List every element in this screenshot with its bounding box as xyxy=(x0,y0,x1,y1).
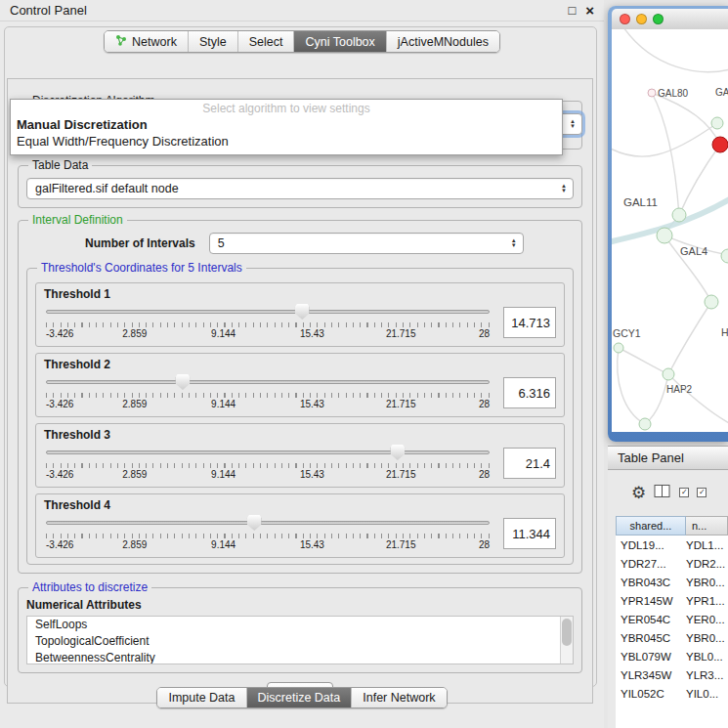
threshold-4-slider[interactable]: -3.426 2.859 9.144 15.43 21.715 28 xyxy=(44,514,492,553)
slider-track[interactable] xyxy=(46,521,490,525)
network-nodes[interactable] xyxy=(614,89,728,430)
cell[interactable]: YBR0... xyxy=(686,632,728,644)
cell[interactable]: YPR145W xyxy=(616,595,686,607)
cell[interactable]: YLR345W xyxy=(616,669,686,681)
cell[interactable]: YDL1... xyxy=(686,539,728,551)
slider-track[interactable] xyxy=(46,310,490,314)
tab-discretize-data[interactable]: Discretize Data xyxy=(246,688,352,707)
table-row[interactable]: YER054CYER0... xyxy=(616,610,728,628)
threshold-4-label: Threshold 4 xyxy=(44,498,556,513)
slider-thumb[interactable] xyxy=(295,304,310,320)
network-node[interactable] xyxy=(657,228,672,243)
table-columns-icon[interactable] xyxy=(654,484,671,502)
close-icon[interactable]: × xyxy=(585,4,594,18)
cell[interactable]: YIL052C xyxy=(616,688,686,700)
tab-select[interactable]: Select xyxy=(237,31,294,52)
tab-jactivemnodules[interactable]: jActiveMNodules xyxy=(386,31,499,52)
cell[interactable]: YBL0... xyxy=(686,651,728,663)
zoom-traffic-light-icon[interactable] xyxy=(653,14,664,24)
cell[interactable]: YDL19... xyxy=(616,539,686,551)
tab-cyni-toolbox[interactable]: Cyni Toolbox xyxy=(293,31,385,52)
number-of-intervals-combobox[interactable]: 5 ▲ ▼ xyxy=(209,233,524,254)
network-canvas[interactable]: GAL80 GA GAL11 GAL4 GCY1 H HAP2 xyxy=(612,29,728,432)
network-node[interactable] xyxy=(672,208,686,222)
list-item[interactable]: SelfLoops xyxy=(27,617,573,633)
table-data-combobox[interactable]: galFiltered.sif default node ▲ ▼ xyxy=(26,178,574,199)
table-row[interactable]: YLR345WYLR3... xyxy=(616,665,728,684)
tab-impute-data[interactable]: Impute Data xyxy=(157,688,245,707)
cell[interactable]: YDR2... xyxy=(686,558,728,570)
slider-thumb[interactable] xyxy=(247,515,262,531)
cell[interactable]: YER0... xyxy=(686,614,728,625)
table-data-combobox-value: galFiltered.sif default node xyxy=(35,182,559,195)
table-row[interactable]: YBR043CYBR0... xyxy=(616,573,728,591)
checkbox-icon[interactable]: ✓ xyxy=(679,488,689,497)
network-node[interactable] xyxy=(705,295,718,309)
top-tabbar: Network Style Select Cyni Toolbox jActiv… xyxy=(0,30,604,53)
combo-stepper-icon: ▲ ▼ xyxy=(559,184,569,193)
network-graph[interactable]: GAL80 GA GAL11 GAL4 GCY1 H HAP2 xyxy=(612,29,728,432)
cell[interactable]: YPR1... xyxy=(686,595,728,607)
table-row[interactable]: YDR27...YDR2... xyxy=(616,554,728,573)
cell[interactable]: YIL0... xyxy=(686,688,728,700)
tab-style[interactable]: Style xyxy=(188,31,237,52)
gear-icon[interactable]: ⚙ xyxy=(631,485,646,501)
threshold-4-value-field[interactable]: 11.344 xyxy=(503,518,556,549)
checkbox-icon[interactable]: ✓ xyxy=(697,488,707,497)
cell[interactable]: YDR27... xyxy=(616,558,686,570)
tab-label: Style xyxy=(199,35,227,49)
float-window-icon[interactable]: □ xyxy=(568,3,576,18)
cell[interactable]: YBR043C xyxy=(616,577,686,588)
slider-track[interactable] xyxy=(46,450,490,454)
slider-track[interactable] xyxy=(46,380,490,384)
table-panel-header[interactable]: Table Panel xyxy=(608,446,728,470)
selected-network-node[interactable] xyxy=(712,137,728,152)
cell[interactable]: YER054C xyxy=(616,614,686,625)
network-node[interactable] xyxy=(721,249,728,263)
list-scrollbar[interactable] xyxy=(560,617,573,664)
tab-infer-network[interactable]: Infer Network xyxy=(351,688,446,707)
cell[interactable]: YBR045C xyxy=(616,632,686,644)
network-node[interactable] xyxy=(639,418,651,430)
threshold-2-slider[interactable]: -3.426 2.859 9.144 15.43 21.715 28 xyxy=(44,373,492,412)
node-label: GCY1 xyxy=(613,327,641,339)
numerical-attributes-list[interactable]: SelfLoops TopologicalCoefficient Between… xyxy=(26,616,574,664)
table-row[interactable]: YPR145WYPR1... xyxy=(616,591,728,610)
close-traffic-light-icon[interactable] xyxy=(620,14,630,24)
dropdown-option-equal-width-frequency[interactable]: Equal Width/Frequency Discretization xyxy=(11,133,562,150)
list-item[interactable]: TopologicalCoefficient xyxy=(27,633,573,650)
threshold-3-value-field[interactable]: 21.4 xyxy=(503,448,556,479)
table-row[interactable]: YBR045CYBR0... xyxy=(616,628,728,647)
table-row[interactable]: YBL079WYBL0... xyxy=(616,647,728,665)
threshold-1-slider[interactable]: -3.426 2.859 9.144 15.43 21.715 28 xyxy=(44,303,492,342)
table-panel-title: Table Panel xyxy=(618,450,684,465)
panel-title: Control Panel xyxy=(10,3,558,18)
dropdown-option-manual-discretization[interactable]: Manual Discretization xyxy=(11,116,562,133)
threshold-3-slider[interactable]: -3.426 2.859 9.144 15.43 21.715 28 xyxy=(44,444,492,483)
cell[interactable]: YBL079W xyxy=(616,651,686,663)
network-window-titlebar[interactable] xyxy=(612,9,728,29)
threshold-1-panel: Threshold 1 -3.426 2.859 9.144 15.43 xyxy=(35,282,565,347)
column-header-name[interactable]: n... xyxy=(686,516,728,535)
network-view-window[interactable]: GAL80 GA GAL11 GAL4 GCY1 H HAP2 xyxy=(608,6,728,442)
table-row[interactable]: YDL19...YDL1... xyxy=(616,535,728,554)
scrollbar-thumb[interactable] xyxy=(562,619,572,646)
cell[interactable]: YLR3... xyxy=(686,669,728,681)
column-header-shared-name[interactable]: shared... xyxy=(616,516,686,535)
threshold-1-value-field[interactable]: 14.713 xyxy=(503,307,556,338)
node-label: GAL11 xyxy=(623,196,658,208)
table-row[interactable]: YIL052CYIL0... xyxy=(616,684,728,703)
minimize-traffic-light-icon[interactable] xyxy=(636,14,647,24)
network-node[interactable] xyxy=(648,89,656,97)
network-node[interactable] xyxy=(711,117,723,129)
cell[interactable]: YBR0... xyxy=(686,577,728,588)
tab-network[interactable]: Network xyxy=(105,31,188,52)
tab-label: jActiveMNodules xyxy=(398,35,489,49)
threshold-2-value-field[interactable]: 6.316 xyxy=(503,377,556,408)
slider-thumb[interactable] xyxy=(390,445,405,460)
slider-tick-marks xyxy=(46,463,490,468)
network-node[interactable] xyxy=(663,368,674,380)
network-node[interactable] xyxy=(614,343,623,353)
list-item[interactable]: BetweennessCentrality xyxy=(27,650,573,664)
slider-thumb[interactable] xyxy=(175,374,190,390)
